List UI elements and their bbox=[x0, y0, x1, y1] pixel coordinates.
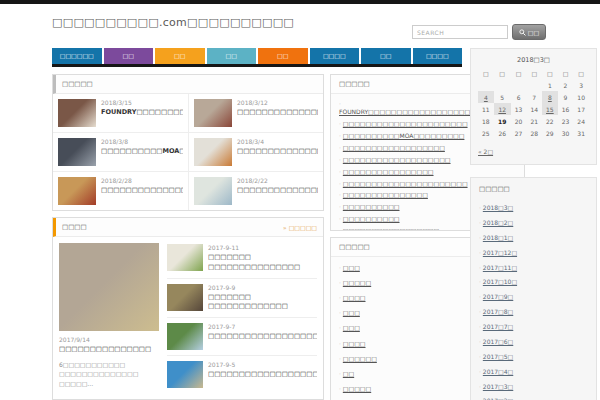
article-date: 2017-9-5 bbox=[208, 361, 317, 368]
calendar-day-header: □ bbox=[542, 68, 558, 79]
recent-post-link[interactable]: □□□□□□□□□□ bbox=[343, 203, 400, 210]
recent-post-link[interactable]: □□□□□□□□□□□□□□□□□□□□□□ bbox=[343, 180, 468, 187]
article-card[interactable]: 2018/2/22 □□□□□□□□□□□□□□□□ bbox=[188, 172, 323, 210]
article-title[interactable]: □□□□□□□□□□□□□□□□□ bbox=[237, 147, 318, 157]
site-header: □□□□□□□□□□.com□□□□□□□□□□ □□ bbox=[0, 4, 600, 48]
category-link[interactable]: □□□ bbox=[343, 309, 360, 316]
category-link[interactable]: □□□□□□ bbox=[343, 355, 377, 362]
article-card[interactable]: 2018/3/8 □□□□□□□□□□MOA□□□□□□□□□ bbox=[53, 133, 188, 172]
calendar-day: 20 bbox=[511, 115, 527, 127]
article-title[interactable]: □□□□□□□□□□□□□□□□ bbox=[237, 186, 318, 196]
article-title[interactable]: □□□□□□□□□□MOA□□□□□□□□□ bbox=[101, 147, 183, 157]
calendar-day: 16 bbox=[558, 103, 574, 115]
recent-post-link[interactable]: □□□□□□□□□□□□□□□□ bbox=[343, 168, 434, 175]
category-link[interactable]: □□□□ bbox=[343, 340, 366, 347]
list-item: 2017□12□ bbox=[479, 246, 588, 261]
archive-link[interactable]: 2017□5□ bbox=[483, 353, 513, 360]
category-link[interactable]: □□□ bbox=[343, 264, 360, 271]
article-date: 2018/3/15 bbox=[101, 99, 183, 106]
nav-item-1[interactable]: □□ bbox=[104, 48, 154, 64]
calendar-day-link[interactable]: 15 bbox=[542, 103, 558, 115]
archive-link[interactable]: 2018□3□ bbox=[483, 204, 513, 211]
calendar-day: 31 bbox=[573, 127, 589, 139]
category-link[interactable]: □□□□□ bbox=[343, 279, 371, 286]
list-item: 2017□2□ bbox=[479, 394, 588, 400]
archive-link[interactable]: 2017□7□ bbox=[483, 323, 513, 330]
article-title[interactable]: □□□□□□□□□□□□□□□□□□□□□□ bbox=[237, 108, 318, 118]
search-input[interactable] bbox=[412, 25, 508, 39]
article-title[interactable]: □□□□□□□□□□□□□□□□□□□□□ bbox=[101, 186, 183, 196]
article-date: 2017-9-9 bbox=[208, 284, 317, 291]
recent-post-link[interactable]: □□□□□□□□□□□□□□□□□□□□□□ bbox=[343, 120, 468, 127]
list-item: 2017□10□ bbox=[479, 275, 588, 290]
nav-item-4[interactable]: □□ bbox=[258, 48, 308, 64]
article-date: 2017-9-7 bbox=[208, 323, 317, 330]
archive-link[interactable]: 2018□1□ bbox=[483, 234, 513, 241]
article-date: 2018/3/4 bbox=[237, 138, 318, 145]
category-link[interactable]: □□□ bbox=[343, 324, 360, 331]
article-thumbnail bbox=[167, 244, 203, 271]
article-title[interactable]: □□□□□□□□□□□□□□□ bbox=[59, 345, 159, 355]
archive-link[interactable]: 2017□4□ bbox=[483, 368, 513, 375]
nav-item-5[interactable]: □□□□ bbox=[310, 48, 360, 64]
calendar-day bbox=[494, 79, 511, 91]
nav-item-7[interactable]: □□□□ bbox=[413, 48, 463, 64]
article-title[interactable]: □□□□□□□ □□□□□□□□□□□□□□□ bbox=[208, 253, 317, 273]
calendar-day: 18 bbox=[478, 115, 494, 127]
nav-item-2[interactable]: □□ bbox=[155, 48, 205, 64]
calendar-day-link[interactable]: 12 bbox=[494, 103, 511, 115]
category-link[interactable]: □□□□ bbox=[343, 294, 366, 301]
article-card[interactable]: 2018/2/28 □□□□□□□□□□□□□□□□□□□□□ bbox=[53, 172, 188, 210]
search-button[interactable]: □□ bbox=[512, 24, 546, 40]
archive-link[interactable]: 2017□3□ bbox=[483, 383, 513, 390]
list-item: 2017□8□ bbox=[479, 305, 588, 320]
calendar-day: 17 bbox=[573, 103, 589, 115]
calendar-day: 14 bbox=[526, 103, 542, 115]
article-title[interactable]: □□□□□□□□□□□□□□□□□□□□□□□ bbox=[208, 332, 317, 342]
list-item[interactable]: 2017-9-9 □□□□□□□ □□□□□□□□□□□□□ bbox=[167, 279, 317, 319]
article-date: 2018/3/12 bbox=[237, 99, 318, 106]
archive-link[interactable]: 2018□2□ bbox=[483, 219, 513, 226]
archive-link[interactable]: 2017□11□ bbox=[483, 264, 517, 271]
recent-post-link[interactable]: □□□□□□□□□□□□□□□□□ bbox=[343, 227, 439, 231]
archive-link[interactable]: 2017□6□ bbox=[483, 338, 513, 345]
article-card[interactable]: 2018/3/15 FOUNDRY□□□□□□□□□□□□□□□□□□□□□□□… bbox=[53, 94, 188, 133]
calendar-widget: 2018□3□ □ □ □ □ □ □ □ bbox=[470, 48, 597, 165]
calendar-day-link[interactable]: 8 bbox=[542, 91, 558, 103]
category-link[interactable]: □□□□□ bbox=[343, 385, 371, 392]
calendar-day: 5 bbox=[494, 91, 511, 103]
calendar: 2018□3□ □ □ □ □ □ □ □ bbox=[478, 53, 589, 139]
article-card[interactable]: 2018/3/4 □□□□□□□□□□□□□□□□□ bbox=[188, 133, 323, 172]
article-title[interactable]: □□□□□□□□□□□□□□□□□□□□□ bbox=[208, 370, 317, 380]
recent-post-link[interactable]: □□□□□□□□□□ bbox=[343, 215, 400, 222]
nav-item-3[interactable]: □□ bbox=[207, 48, 257, 64]
recent-post-link[interactable]: □□□□□□□□□□□□□□□□□□□ bbox=[343, 156, 451, 163]
archive-link[interactable]: 2017□8□ bbox=[483, 308, 513, 315]
archive-link[interactable]: 2017□12□ bbox=[483, 249, 517, 256]
list-item: 2017□7□ bbox=[479, 320, 588, 335]
archive-link[interactable]: 2017□10□ bbox=[483, 278, 517, 285]
calendar-prev-month-link[interactable]: « 2□ bbox=[478, 148, 493, 155]
featured-article[interactable]: 2017/9/14 □□□□□□□□□□□□□□□ 6□□□□□□□□□□□ □… bbox=[59, 243, 159, 393]
article-card[interactable]: 2018/3/12 □□□□□□□□□□□□□□□□□□□□□□ bbox=[188, 94, 323, 133]
archive-link[interactable]: 2017□9□ bbox=[483, 293, 513, 300]
article-thumbnail bbox=[194, 177, 232, 205]
new-articles-heading: □□□□□ bbox=[53, 75, 323, 94]
calendar-day: 24 bbox=[573, 115, 589, 127]
recent-post-link[interactable]: □□□□□□□□□□MOA□□□□□□□□□ bbox=[343, 132, 465, 139]
recent-post-link[interactable]: □□□□□□□□□□□□□□□□□□ bbox=[343, 144, 445, 151]
archives-list: 2018□3□ 2018□2□ 2018□1□ 2017□12□ 2017□11… bbox=[471, 197, 596, 400]
nav-item-home[interactable]: □□□□□□ bbox=[52, 48, 102, 64]
list-item[interactable]: 2017-9-7 □□□□□□□□□□□□□□□□□□□□□□□ bbox=[167, 318, 317, 356]
category-link[interactable]: □□ bbox=[343, 370, 354, 377]
recent-post-link[interactable]: □□□□□□□□□□□□□□□ bbox=[343, 191, 428, 198]
list-item[interactable]: 2017-9-5 □□□□□□□□□□□□□□□□□□□□□ bbox=[167, 356, 317, 393]
article-title[interactable]: □□□□□□□ □□□□□□□□□□□□□ bbox=[208, 293, 317, 313]
article-title[interactable]: FOUNDRY□□□□□□□□□□□□□□□□□□□□□□□□□… bbox=[101, 108, 183, 118]
list-item[interactable]: 2017-9-11 □□□□□□□ □□□□□□□□□□□□□□□ bbox=[167, 243, 317, 279]
nav-item-6[interactable]: □□ bbox=[361, 48, 411, 64]
article-thumbnail bbox=[194, 138, 232, 166]
calendar-day-link[interactable]: 4 bbox=[478, 91, 494, 103]
article-date: 2017/9/14 bbox=[59, 336, 159, 343]
view-more-link[interactable]: » □□□□□ bbox=[283, 224, 317, 231]
